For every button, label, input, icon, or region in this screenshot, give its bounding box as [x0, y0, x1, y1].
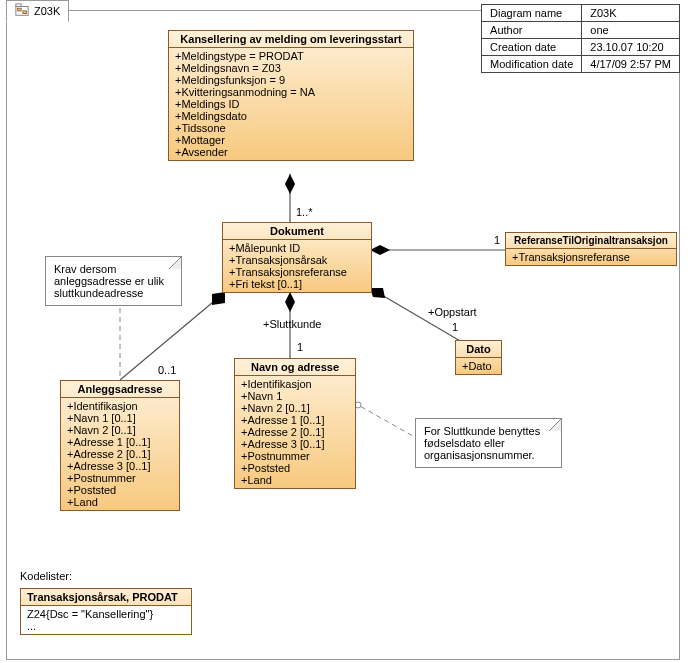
meta-key: Diagram name [482, 5, 582, 22]
kodelist-title: Transaksjonsårsak, PRODAT [21, 589, 191, 606]
attr: +Adresse 2 [0..1] [67, 448, 173, 460]
meta-val: 23.10.07 10:20 [582, 39, 680, 56]
kodelist-box[interactable]: Transaksjonsårsak, PRODAT Z24{Dsc = "Kan… [20, 588, 192, 635]
class-navn-adresse[interactable]: Navn og adresse +Identifikasjon +Navn 1 … [234, 358, 356, 489]
class-anleggsadresse[interactable]: Anleggsadresse +Identifikasjon +Navn 1 [… [60, 380, 180, 511]
note-sluttkunde[interactable]: For Sluttkunde benyttes fødselsdato elle… [415, 418, 562, 468]
class-title: ReferanseTilOriginaltransaksjon [506, 233, 676, 249]
note-line: anleggsadresse er ulik [54, 275, 171, 287]
attr: +Postnummer [241, 450, 349, 462]
attr: +Adresse 3 [0..1] [67, 460, 173, 472]
attr: +Meldingstype = PRODAT [175, 50, 407, 62]
kodelist-body: Z24{Dsc = "Kansellering"} ... [21, 606, 191, 634]
multiplicity: 0..1 [158, 364, 176, 376]
class-body: +Målepunkt ID +Transaksjonsårsak +Transa… [223, 240, 371, 292]
diagram-tab: Z03K [6, 0, 69, 22]
note-fold-icon [169, 257, 181, 269]
meta-key: Modification date [482, 56, 582, 73]
kodelist-row: ... [27, 620, 185, 632]
meta-key: Creation date [482, 39, 582, 56]
attr: +Meldings ID [175, 98, 407, 110]
class-dokument[interactable]: Dokument +Målepunkt ID +Transaksjonsårsa… [222, 222, 372, 293]
attr: +Meldingsfunksjon = 9 [175, 74, 407, 86]
kodelist-row: Z24{Dsc = "Kansellering"} [27, 608, 185, 620]
attr: +Transaksjonsreferanse [512, 251, 670, 263]
attr: +Identifikasjon [67, 400, 173, 412]
attr: +Navn 2 [0..1] [241, 402, 349, 414]
class-title: Dokument [223, 223, 371, 240]
note-line: fødselsdato eller [424, 437, 551, 449]
note-line: organisasjonsnummer. [424, 449, 551, 461]
multiplicity: 1 [297, 341, 303, 353]
class-dato[interactable]: Dato +Dato [455, 340, 502, 375]
note-fold-icon [549, 419, 561, 431]
attr: +Poststed [241, 462, 349, 474]
attr: +Navn 1 [241, 390, 349, 402]
class-title: Dato [456, 341, 501, 358]
attr: +Land [67, 496, 173, 508]
attr: +Adresse 2 [0..1] [241, 426, 349, 438]
attr: +Meldingsdato [175, 110, 407, 122]
class-kansellering[interactable]: Kansellering av melding om leveringsstar… [168, 30, 414, 161]
attr: +Adresse 1 [0..1] [67, 436, 173, 448]
meta-val: one [582, 22, 680, 39]
class-title: Anleggsadresse [61, 381, 179, 398]
attr: +Identifikasjon [241, 378, 349, 390]
class-referanse[interactable]: ReferanseTilOriginaltransaksjon +Transak… [505, 232, 677, 266]
attr: +Postnummer [67, 472, 173, 484]
attr: +Land [241, 474, 349, 486]
role: +Sluttkunde [263, 318, 321, 330]
multiplicity: 1..* [296, 206, 313, 218]
attr: +Poststed [67, 484, 173, 496]
class-body: +Identifikasjon +Navn 1 +Navn 2 [0..1] +… [235, 376, 355, 488]
class-title: Kansellering av melding om leveringsstar… [169, 31, 413, 48]
attr: +Transaksjonsreferanse [229, 266, 365, 278]
attr: +Fri tekst [0..1] [229, 278, 365, 290]
class-body: +Dato [456, 358, 501, 374]
note-krav[interactable]: Krav dersom anleggsadresse er ulik slutt… [45, 256, 182, 306]
class-body: +Identifikasjon +Navn 1 [0..1] +Navn 2 [… [61, 398, 179, 510]
attr: +Transaksjonsårsak [229, 254, 365, 266]
svg-rect-1 [16, 4, 21, 7]
attr: +Målepunkt ID [229, 242, 365, 254]
note-body: Krav dersom anleggsadresse er ulik slutt… [46, 257, 181, 305]
attr: +Adresse 1 [0..1] [241, 414, 349, 426]
package-icon [15, 3, 29, 19]
attr: +Tidssone [175, 122, 407, 134]
class-body: +Meldingstype = PRODAT +Meldingsnavn = Z… [169, 48, 413, 160]
attr: +Kvitteringsanmodning = NA [175, 86, 407, 98]
note-line: Krav dersom [54, 263, 171, 275]
attr: +Meldingsnavn = Z03 [175, 62, 407, 74]
meta-key: Author [482, 22, 582, 39]
attr: +Avsender [175, 146, 407, 158]
diagram-tab-label: Z03K [34, 5, 60, 17]
attr: +Navn 2 [0..1] [67, 424, 173, 436]
kodelister-label: Kodelister: [20, 570, 72, 582]
multiplicity: 1 [494, 234, 500, 246]
meta-val: Z03K [582, 5, 680, 22]
note-line: sluttkundeadresse [54, 287, 171, 299]
metadata-table: Diagram nameZ03K Authorone Creation date… [481, 4, 680, 73]
meta-val: 4/17/09 2:57 PM [582, 56, 680, 73]
note-line: For Sluttkunde benyttes [424, 425, 551, 437]
multiplicity: 1 [452, 321, 458, 333]
attr: +Adresse 3 [0..1] [241, 438, 349, 450]
note-body: For Sluttkunde benyttes fødselsdato elle… [416, 419, 561, 467]
svg-rect-3 [23, 11, 27, 14]
attr: +Mottager [175, 134, 407, 146]
attr: +Navn 1 [0..1] [67, 412, 173, 424]
attr: +Dato [462, 360, 495, 372]
class-body: +Transaksjonsreferanse [506, 249, 676, 265]
role: +Oppstart [428, 306, 477, 318]
class-title: Navn og adresse [235, 359, 355, 376]
svg-rect-2 [18, 8, 22, 11]
